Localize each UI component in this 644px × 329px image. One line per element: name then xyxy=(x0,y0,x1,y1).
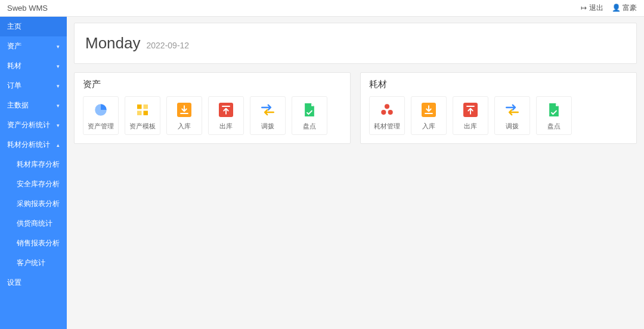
card-asset-manage[interactable]: 资产管理 xyxy=(83,96,119,135)
sidebar-sub-stock-analysis[interactable]: 耗材库存分析 xyxy=(0,155,67,174)
svg-rect-2 xyxy=(137,111,142,116)
svg-rect-3 xyxy=(144,111,148,116)
sidebar-sub-customer-stats[interactable]: 客户统计 xyxy=(0,253,67,273)
panel-title-consumables: 耗材 xyxy=(369,79,628,90)
panel-title-assets: 资产 xyxy=(83,79,342,90)
chevron-down-icon: ▾ xyxy=(57,83,60,89)
sidebar-item-orders[interactable]: 订单▾ xyxy=(0,76,67,96)
card-cons-transfer[interactable]: 调拨 xyxy=(494,96,530,135)
chevron-up-icon: ▴ xyxy=(57,142,60,148)
sidebar-sub-sales-report[interactable]: 销售报表分析 xyxy=(0,233,67,253)
card-cons-out[interactable]: 出库 xyxy=(453,96,488,135)
sidebar-item-home[interactable]: 主页 xyxy=(0,17,67,36)
pie-chart-icon xyxy=(92,102,109,118)
upload-icon xyxy=(462,102,479,118)
card-label: 调拨 xyxy=(506,122,519,131)
card-label: 入库 xyxy=(422,122,435,131)
app-title: Sweb WMS xyxy=(7,4,48,13)
card-cons-inventory[interactable]: 盘点 xyxy=(536,96,572,135)
card-label: 调拨 xyxy=(261,122,274,131)
grid-icon xyxy=(134,102,151,118)
sidebar: 主页 资产▾ 耗材▾ 订单▾ 主数据▾ 资产分析统计▾ 耗材分析统计▴ 耗材库存… xyxy=(0,17,67,329)
svg-point-6 xyxy=(385,104,389,109)
sidebar-sub-safety-stock[interactable]: 安全库存分析 xyxy=(0,174,67,194)
sidebar-item-consumable-analytics[interactable]: 耗材分析统计▴ xyxy=(0,135,67,155)
sidebar-sub-supplier-stats[interactable]: 供货商统计 xyxy=(0,214,67,233)
card-label: 出库 xyxy=(219,122,233,131)
weekday: Monday xyxy=(85,34,141,53)
sidebar-item-consumables[interactable]: 耗材▾ xyxy=(0,56,67,76)
svg-point-7 xyxy=(381,110,386,115)
card-cons-in[interactable]: 入库 xyxy=(411,96,447,135)
card-asset-transfer[interactable]: 调拨 xyxy=(250,96,286,135)
sidebar-item-settings[interactable]: 设置 xyxy=(0,273,67,293)
swap-icon xyxy=(504,102,521,118)
top-right: ↦ 退出 👤 富豪 xyxy=(581,3,637,13)
topbar: Sweb WMS ↦ 退出 👤 富豪 xyxy=(0,0,644,17)
logout-link[interactable]: ↦ 退出 xyxy=(581,3,603,13)
download-icon xyxy=(420,102,437,118)
panel-assets: 资产 资产管理 资产模板 入库 xyxy=(74,72,351,144)
sidebar-item-masterdata[interactable]: 主数据▾ xyxy=(0,96,67,115)
user-link[interactable]: 👤 富豪 xyxy=(612,3,637,13)
file-check-icon xyxy=(301,102,318,118)
svg-rect-1 xyxy=(144,104,148,109)
chevron-down-icon: ▾ xyxy=(57,103,60,109)
chevron-down-icon: ▾ xyxy=(57,44,60,50)
card-label: 耗材管理 xyxy=(374,122,400,131)
card-asset-out[interactable]: 出库 xyxy=(208,96,244,135)
card-cons-manage[interactable]: 耗材管理 xyxy=(369,96,405,135)
card-label: 资产管理 xyxy=(88,122,114,131)
swap-icon xyxy=(259,102,276,118)
main: Monday 2022-09-12 资产 资产管理 资产模板 xyxy=(67,17,644,329)
card-label: 出库 xyxy=(464,122,477,131)
card-label: 入库 xyxy=(178,122,191,131)
cluster-icon xyxy=(379,102,395,118)
svg-rect-0 xyxy=(137,104,142,109)
card-label: 盘点 xyxy=(303,122,316,131)
chevron-down-icon: ▾ xyxy=(57,63,60,69)
card-asset-template[interactable]: 资产模板 xyxy=(125,96,160,135)
card-label: 盘点 xyxy=(547,122,561,131)
download-icon xyxy=(176,102,193,118)
sidebar-item-asset-analytics[interactable]: 资产分析统计▾ xyxy=(0,115,67,135)
upload-icon xyxy=(218,102,234,118)
chevron-down-icon: ▾ xyxy=(57,122,60,128)
sidebar-sub-purchase-report[interactable]: 采购报表分析 xyxy=(0,194,67,214)
card-label: 资产模板 xyxy=(129,122,156,131)
svg-point-8 xyxy=(388,110,393,115)
card-asset-inventory[interactable]: 盘点 xyxy=(292,96,327,135)
sidebar-item-assets[interactable]: 资产▾ xyxy=(0,36,67,56)
date: 2022-09-12 xyxy=(147,41,190,50)
file-check-icon xyxy=(546,102,562,118)
header-card: Monday 2022-09-12 xyxy=(74,23,637,64)
panel-consumables: 耗材 耗材管理 入库 出库 xyxy=(360,72,637,144)
card-asset-in[interactable]: 入库 xyxy=(166,96,202,135)
